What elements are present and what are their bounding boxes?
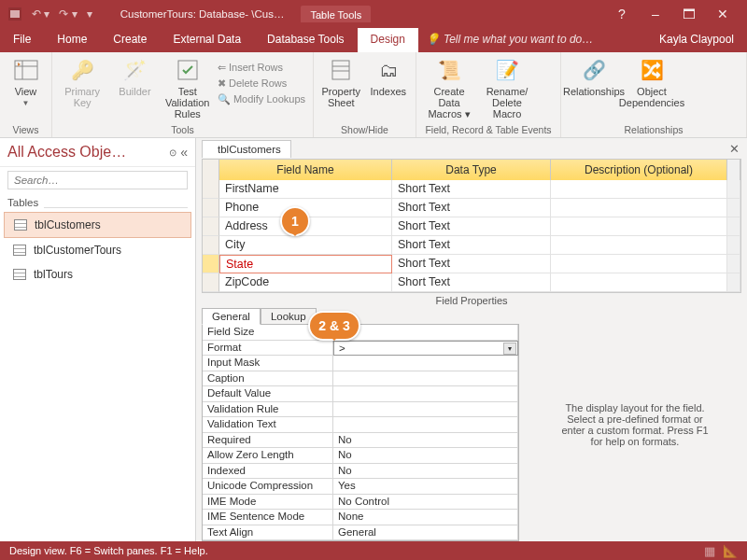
tab-design[interactable]: Design [358,28,418,52]
property-row[interactable]: Unicode CompressionYes [203,479,518,495]
data-type-cell[interactable]: Short Text [392,199,551,217]
field-name-cell[interactable]: ZipCode [219,273,392,292]
data-type-cell[interactable]: Short Text [392,180,551,199]
datasheet-view-icon[interactable]: ▦ [704,544,715,558]
property-row[interactable]: Default Value [203,386,518,402]
tab-external-data[interactable]: External Data [160,28,254,52]
nav-item-tblCustomers[interactable]: tblCustomers [4,212,191,238]
property-value[interactable] [333,356,518,371]
primary-key-button[interactable]: 🔑Primary Key [60,56,105,108]
restore-button[interactable]: 🗖 [672,7,706,21]
description-cell[interactable] [551,236,727,255]
redo-icon[interactable]: ↷ ▾ [59,7,77,21]
nav-header[interactable]: All Access Obje… [7,144,165,161]
rename-delete-macro-button[interactable]: 📝Rename/ Delete Macro [482,56,532,119]
property-value[interactable] [333,371,518,387]
property-row[interactable]: Field Size50 [203,325,518,341]
property-row[interactable]: Format>▾ [203,341,518,357]
nav-item-tblCustomerTours[interactable]: tblCustomerTours [0,238,195,262]
tell-me[interactable]: 💡Tell me what you want to do… [418,28,600,52]
tab-general[interactable]: General [202,308,261,325]
field-row[interactable]: FirstNameShort Text [203,180,740,199]
property-row[interactable]: Text AlignGeneral [203,525,518,541]
field-name-cell[interactable]: City [219,236,392,255]
data-type-cell[interactable]: Short Text [392,255,551,273]
help-button[interactable]: ? [605,7,639,21]
test-validation-button[interactable]: Test Validation Rules [165,56,210,119]
user-name[interactable]: Kayla Claypool [646,28,747,52]
tab-home[interactable]: Home [44,28,100,52]
collapse-nav-icon[interactable]: « [180,145,188,160]
property-sheet-button[interactable]: Property Sheet [321,56,361,108]
col-description[interactable]: Description (Optional) [551,160,727,180]
row-selector[interactable] [203,236,219,255]
description-cell[interactable] [551,180,727,199]
description-cell[interactable] [551,217,727,236]
row-selector[interactable] [203,255,219,273]
property-row[interactable]: IndexedNo [203,464,518,480]
search-input[interactable] [7,171,188,189]
scrollbar-vertical[interactable] [727,199,740,217]
col-field-name[interactable]: Field Name [219,160,392,180]
field-name-cell[interactable]: State [219,255,392,273]
property-row[interactable]: Caption [203,371,518,387]
property-value[interactable] [333,386,518,402]
property-value[interactable]: None [333,510,518,525]
description-cell[interactable] [551,273,727,292]
property-row[interactable]: Validation Rule [203,402,518,418]
property-value[interactable]: No [333,433,518,449]
object-tab[interactable]: tblCustomers [202,140,291,158]
description-cell[interactable] [551,255,727,273]
property-row[interactable]: Input Mask [203,356,518,371]
insert-rows-button[interactable]: ⇐ Insert Rows [218,62,305,74]
tab-create[interactable]: Create [100,28,160,52]
modify-lookups-button[interactable]: 🔍 Modify Lookups [218,93,305,105]
row-selector[interactable] [203,273,219,292]
property-row[interactable]: RequiredNo [203,433,518,449]
property-value[interactable]: General [333,525,518,541]
col-data-type[interactable]: Data Type [392,160,551,180]
scrollbar-vertical[interactable] [727,160,740,180]
property-value[interactable]: 50 [333,325,518,341]
row-selector[interactable] [203,217,219,236]
property-row[interactable]: IME Sentence ModeNone [203,510,518,525]
field-name-cell[interactable]: FirstName [219,180,392,199]
tab-file[interactable]: File [0,28,44,52]
data-type-cell[interactable]: Short Text [392,236,551,255]
scrollbar-vertical[interactable] [727,255,740,273]
qat-customize-icon[interactable]: ▾ [87,7,92,21]
create-data-macros-button[interactable]: 📜Create Data Macros ▾ [424,56,474,120]
tab-database-tools[interactable]: Database Tools [254,28,358,52]
field-row[interactable]: ZipCodeShort Text [203,273,740,292]
property-value[interactable]: Yes [333,479,518,495]
select-all-rows[interactable] [203,160,219,180]
data-type-cell[interactable]: Short Text [392,273,551,292]
property-value[interactable] [333,402,518,418]
description-cell[interactable] [551,199,727,217]
indexes-button[interactable]: 🗂Indexes [369,56,409,97]
data-type-cell[interactable]: Short Text [392,217,551,236]
close-object-icon[interactable]: ✕ [729,142,740,156]
field-row[interactable]: CityShort Text [203,236,740,255]
nav-item-tblTours[interactable]: tblTours [0,262,195,287]
property-row[interactable]: Validation Text [203,417,518,433]
property-value[interactable]: No [333,464,518,480]
close-button[interactable]: ✕ [706,7,740,21]
property-value[interactable] [333,417,518,433]
property-row[interactable]: IME ModeNo Control [203,495,518,511]
nav-group-tables[interactable]: Tables [0,193,195,212]
dependencies-button[interactable]: 🔀Object Dependencies [627,56,677,108]
field-row[interactable]: StateShort Text [203,255,740,273]
undo-icon[interactable]: ↶ ▾ [32,7,49,21]
delete-rows-button[interactable]: ✖ Delete Rows [218,77,305,90]
chevron-down-icon[interactable]: ⊙ [169,147,176,158]
view-button[interactable]: View ▼ [7,56,44,107]
builder-button[interactable]: 🪄Builder [112,56,157,97]
row-selector[interactable] [203,199,219,217]
dropdown-icon[interactable]: ▾ [503,343,516,355]
property-value[interactable]: No Control [333,495,518,511]
scrollbar-vertical[interactable] [727,273,740,292]
property-row[interactable]: Allow Zero LengthNo [203,448,518,464]
property-value[interactable]: No [333,448,518,464]
scrollbar-vertical[interactable] [727,236,740,255]
